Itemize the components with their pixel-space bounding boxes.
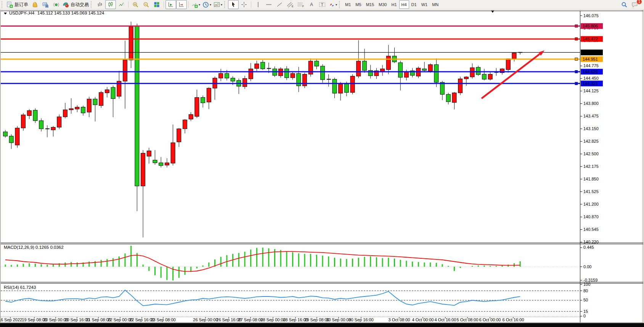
candle-body <box>165 163 169 165</box>
auto-scroll-button[interactable] <box>165 0 176 9</box>
line-drag-handle[interactable] <box>575 82 578 85</box>
candle-body <box>261 62 265 69</box>
market-button[interactable] <box>29 0 40 9</box>
news-broadcast-icon <box>53 2 59 8</box>
template-button[interactable]: ▾ <box>212 0 223 9</box>
search-button[interactable] <box>619 0 630 9</box>
candle-body <box>15 128 19 145</box>
auto-trading-icon <box>63 2 69 8</box>
channel-tool-button[interactable]: E <box>285 0 296 9</box>
add-indicator-button[interactable]: ▾ <box>190 0 201 9</box>
candle-body <box>303 74 307 86</box>
candle-body <box>231 78 235 81</box>
candle-body <box>33 110 37 121</box>
fibonacci-tool-button[interactable]: F <box>296 0 306 9</box>
time-tick-label: 29 Sep 08:00 <box>304 317 329 322</box>
time-tick-label: 26 Sep 16:00 <box>216 317 241 322</box>
search-icon <box>621 2 628 8</box>
cursor-button[interactable] <box>228 0 239 9</box>
candle-body <box>476 67 480 74</box>
candlestick-chart-icon <box>108 2 114 8</box>
horizontal-line-tool-button[interactable] <box>263 0 274 9</box>
notifications-button[interactable]: 1 <box>630 0 640 9</box>
price-line-badge-label: 145.472 <box>583 37 598 41</box>
window-left-edge <box>0 10 1 323</box>
fibonacci-icon: F <box>297 2 304 8</box>
rsi-axis-label: 0 <box>583 314 586 318</box>
timeframe-m15-button[interactable]: M15 <box>364 0 376 9</box>
time-tick-label: 27 Sep 08:00 <box>238 317 263 322</box>
candlestick-chart-button[interactable] <box>105 0 116 9</box>
candle-body <box>69 109 73 110</box>
auto-trading-button[interactable]: 自动交易 <box>61 0 90 9</box>
crosshair-icon <box>241 2 247 8</box>
line-drag-handle[interactable] <box>575 38 578 40</box>
zoom-out-button[interactable] <box>141 0 151 9</box>
line-drag-handle[interactable] <box>575 58 578 60</box>
main-toolbar: 新订单 自动交易 <box>0 0 644 10</box>
line-chart-button[interactable] <box>116 0 127 9</box>
arrows-tool-button[interactable]: ▾ <box>328 0 338 9</box>
crosshair-button[interactable] <box>239 0 249 9</box>
price-tick-label: 141.200 <box>583 202 599 206</box>
time-tick-label: 4 Oct 00:00 <box>412 317 434 322</box>
candle-body <box>488 74 492 79</box>
trendline-tool-button[interactable] <box>274 0 285 9</box>
candle-body <box>506 59 510 69</box>
toolbar-grip[interactable] <box>2 1 4 8</box>
auto-scroll-icon <box>168 2 174 8</box>
candle-body <box>452 93 456 102</box>
line-drag-handle[interactable] <box>575 25 578 27</box>
candle-body <box>27 111 31 116</box>
period-button[interactable]: ▾ <box>201 0 212 9</box>
window-right-edge <box>642 10 644 323</box>
chart-shift-icon <box>178 2 185 8</box>
line-drag-handle[interactable] <box>575 70 578 73</box>
timeframe-mn-button[interactable]: MN <box>430 0 441 9</box>
candle-body <box>386 56 390 69</box>
zoom-in-button[interactable] <box>130 0 141 9</box>
bar-chart-button[interactable] <box>95 0 105 9</box>
toolbar-grip[interactable] <box>91 1 93 8</box>
candle-body <box>93 99 97 105</box>
chart-window[interactable]: USDJPY-,H4145.112 145.133 145.069 145.12… <box>0 0 644 327</box>
news-button[interactable] <box>51 0 61 9</box>
rsi-axis-label: 50 <box>583 298 588 302</box>
timeframe-h4-button[interactable]: H4 <box>399 0 409 9</box>
timeframe-h1-button[interactable]: H1 <box>389 0 399 9</box>
price-line-badge-label: 145.806 <box>583 24 598 28</box>
tile-windows-button[interactable] <box>151 0 162 9</box>
text-icon: A <box>309 2 314 8</box>
signals-button[interactable] <box>40 0 51 9</box>
timeframe-d1-button[interactable]: D1 <box>409 0 419 9</box>
timeframe-m1-button[interactable]: M1 <box>343 0 353 9</box>
timeframe-w1-button[interactable]: W1 <box>419 0 430 9</box>
toolbar-grip[interactable] <box>224 1 226 8</box>
candle-body <box>321 66 325 79</box>
vertical-line-tool-button[interactable] <box>253 0 263 9</box>
chart-shift-button[interactable] <box>176 0 187 9</box>
new-order-button[interactable]: 新订单 <box>5 0 29 9</box>
candle-body <box>135 26 139 186</box>
horizontal-line-icon <box>266 2 272 8</box>
rsi-axis-label: 15 <box>583 309 588 314</box>
toolbar-grip[interactable] <box>339 1 341 8</box>
candle-body <box>219 74 223 78</box>
text-tool-button[interactable]: A <box>306 0 317 9</box>
price-tick-label: 142.175 <box>583 164 599 169</box>
timeframe-m30-button[interactable]: M30 <box>376 0 389 9</box>
time-tick-label: 23 Sep 08:00 <box>151 317 175 322</box>
candle-body <box>291 74 295 78</box>
svg-text:A: A <box>310 2 313 7</box>
clock-icon <box>202 2 209 8</box>
candle-body <box>428 64 432 71</box>
time-tick-label: 22 Sep 00:00 <box>108 317 132 322</box>
text-label-tool-button[interactable]: T <box>317 0 328 9</box>
candle-body <box>357 61 361 76</box>
timeframe-m5-button[interactable]: M5 <box>353 0 363 9</box>
signals-icon <box>42 2 49 8</box>
candle-body <box>189 114 193 119</box>
candle-body <box>201 97 205 103</box>
text-label-icon: T <box>319 2 326 8</box>
vertical-line-icon <box>255 2 261 8</box>
